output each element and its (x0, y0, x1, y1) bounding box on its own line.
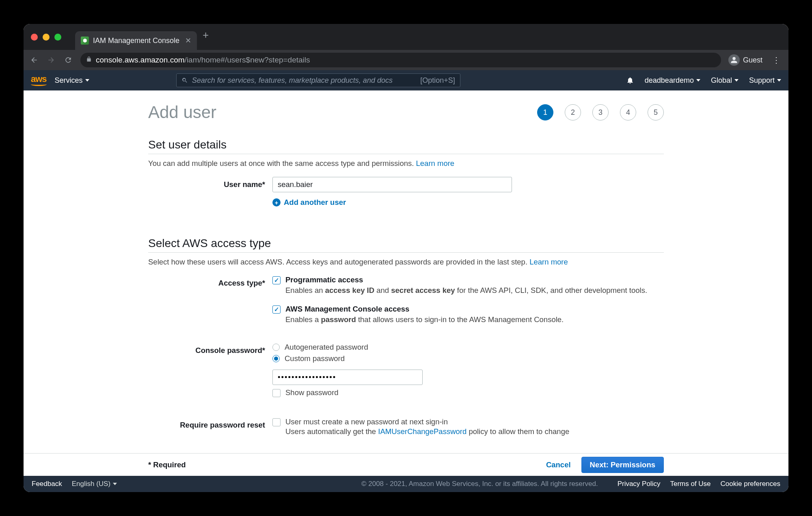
language-label: English (US) (72, 480, 110, 488)
account-label: deadbeardemo (645, 76, 694, 85)
user-details-description: You can add multiple users at once with … (148, 159, 664, 168)
new-tab-button[interactable]: + (203, 29, 209, 41)
console-access-title: AWS Management Console access (285, 305, 664, 314)
caret-down-icon (113, 483, 117, 485)
custom-password-input[interactable] (272, 370, 423, 385)
autogenerated-password-label: Autogenerated password (285, 343, 368, 352)
services-menu[interactable]: Services (55, 76, 89, 85)
profile-button[interactable]: Guest (726, 54, 765, 66)
section-heading-user-details: Set user details (148, 138, 664, 151)
required-note: * Required (148, 460, 186, 469)
show-password-label: Show password (285, 388, 339, 397)
access-type-description: Select how these users will access AWS. … (148, 258, 664, 267)
close-window-button[interactable] (31, 34, 38, 41)
profile-label: Guest (743, 56, 762, 64)
avatar-icon (728, 54, 740, 66)
divider (148, 154, 664, 154)
caret-down-icon (777, 79, 781, 82)
step-4[interactable]: 4 (620, 104, 636, 120)
step-2[interactable]: 2 (565, 104, 581, 120)
account-menu[interactable]: deadbeardemo (645, 76, 700, 85)
aws-console-header: aws Services Search for services, featur… (24, 70, 788, 90)
programmatic-access-checkbox[interactable] (272, 276, 281, 284)
plus-circle-icon: + (272, 198, 281, 206)
aws-logo[interactable]: aws (31, 74, 47, 87)
search-icon (181, 77, 188, 84)
address-bar[interactable]: console.aws.amazon.com/iam/home#/users$n… (80, 53, 721, 67)
support-menu[interactable]: Support (749, 76, 781, 85)
learn-more-link[interactable]: Learn more (416, 159, 455, 168)
search-placeholder: Search for services, features, marketpla… (192, 76, 393, 85)
copyright-text: © 2008 - 2021, Amazon Web Services, Inc.… (361, 480, 598, 488)
cancel-button[interactable]: Cancel (546, 460, 571, 469)
privacy-policy-link[interactable]: Privacy Policy (618, 480, 661, 488)
custom-password-label: Custom password (285, 354, 345, 363)
close-tab-button[interactable]: ✕ (185, 36, 191, 45)
window-controls (24, 34, 69, 41)
section-heading-access-type: Select AWS access type (148, 237, 664, 250)
page-content: Add user 1 2 3 4 5 Set user details You … (24, 90, 788, 453)
support-label: Support (749, 76, 775, 85)
divider (148, 252, 664, 253)
username-label: User name* (148, 177, 272, 189)
require-reset-line1: User must create a new password at next … (285, 417, 664, 426)
require-password-reset-checkbox[interactable] (272, 418, 281, 426)
programmatic-access-title: Programmatic access (285, 275, 664, 284)
step-3[interactable]: 3 (592, 104, 609, 120)
browser-menu-button[interactable]: ⋮ (767, 55, 785, 65)
show-password-checkbox[interactable] (272, 389, 281, 397)
console-password-label: Console password* (148, 343, 272, 355)
access-type-label: Access type* (148, 275, 272, 288)
browser-tab[interactable]: ⬢ IAM Management Console ✕ (75, 31, 197, 50)
header-right: deadbeardemo Global Support (626, 76, 781, 85)
caret-down-icon (85, 79, 89, 82)
caret-down-icon (696, 79, 700, 82)
tab-title: IAM Management Console (93, 37, 179, 45)
browser-window: ⬢ IAM Management Console ✕ + console.aws… (24, 24, 788, 492)
page-title: Add user (148, 103, 216, 122)
next-permissions-button[interactable]: Next: Permissions (581, 457, 664, 473)
aws-search-box[interactable]: Search for services, features, marketpla… (176, 73, 460, 87)
url-domain: console.aws.amazon.com (96, 56, 185, 64)
learn-more-link[interactable]: Learn more (529, 258, 568, 266)
search-shortcut: [Option+S] (420, 76, 455, 85)
bell-icon (626, 76, 634, 84)
browser-toolbar: console.aws.amazon.com/iam/home#/users$n… (24, 50, 788, 70)
minimize-window-button[interactable] (43, 34, 50, 41)
aws-console-footer: Feedback English (US) © 2008 - 2021, Ama… (24, 476, 788, 492)
step-1[interactable]: 1 (537, 104, 553, 120)
lock-icon (86, 56, 92, 64)
forward-button[interactable] (44, 53, 58, 67)
iam-policy-link[interactable]: IAMUserChangePassword (378, 427, 466, 436)
reload-button[interactable] (61, 53, 76, 67)
wizard-steps: 1 2 3 4 5 (537, 104, 664, 120)
username-input[interactable] (272, 177, 512, 192)
require-reset-line2: Users automatically get the IAMUserChang… (285, 427, 664, 436)
tab-favicon: ⬢ (81, 37, 89, 45)
region-menu[interactable]: Global (711, 76, 739, 85)
console-access-desc: Enables a password that allows users to … (285, 314, 664, 325)
maximize-window-button[interactable] (54, 34, 61, 41)
services-label: Services (55, 76, 83, 85)
console-access-checkbox[interactable] (272, 305, 281, 314)
add-another-user-label: Add another user (284, 198, 346, 207)
add-another-user-button[interactable]: + Add another user (272, 198, 664, 207)
terms-of-use-link[interactable]: Terms of Use (670, 480, 710, 488)
wizard-action-bar: * Required Cancel Next: Permissions (24, 453, 788, 476)
require-password-reset-label: Require password reset (148, 417, 272, 430)
cookie-preferences-link[interactable]: Cookie preferences (721, 480, 780, 488)
region-label: Global (711, 76, 732, 85)
browser-tab-strip: ⬢ IAM Management Console ✕ + (24, 24, 788, 50)
feedback-link[interactable]: Feedback (32, 480, 62, 488)
step-5[interactable]: 5 (648, 104, 664, 120)
custom-password-radio[interactable] (272, 355, 280, 362)
back-button[interactable] (27, 53, 41, 67)
language-selector[interactable]: English (US) (72, 480, 117, 488)
notifications-button[interactable] (626, 76, 634, 84)
url-path: /iam/home#/users$new?step=details (185, 56, 310, 64)
autogenerated-password-radio[interactable] (272, 344, 280, 351)
programmatic-access-desc: Enables an access key ID and secret acce… (285, 285, 664, 296)
caret-down-icon (734, 79, 739, 82)
